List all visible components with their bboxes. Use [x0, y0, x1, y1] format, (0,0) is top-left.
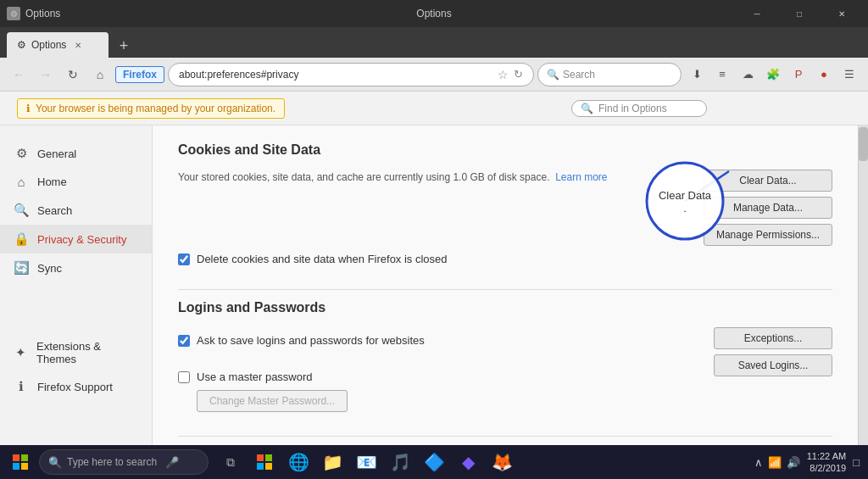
sidebar-item-search[interactable]: 🔍 Search: [0, 196, 152, 225]
manage-data-button[interactable]: Manage Data...: [704, 197, 832, 219]
main-layout: ⚙ General ⌂ Home 🔍 Search 🔒 Privacy & Se…: [0, 125, 868, 445]
sidebar-item-home[interactable]: ⌂ Home: [0, 168, 152, 196]
taskbar-search-icon: 🔍: [48, 456, 62, 469]
sidebar-label-general: General: [37, 148, 76, 160]
date-display: 8/2/2019: [807, 462, 846, 474]
taskbar-app-8[interactable]: 🦊: [487, 447, 517, 477]
change-master-password-button[interactable]: Change Master Password...: [197, 390, 348, 412]
home-button[interactable]: ⌂: [88, 63, 112, 86]
scrollbar[interactable]: [858, 125, 868, 445]
task-view-button[interactable]: ⧉: [215, 447, 246, 477]
taskbar-apps: ⧉ 🌐 📁 📧 🎵 🔷 ◆ 🦊: [215, 447, 517, 477]
saved-logins-button[interactable]: Saved Logins...: [714, 354, 832, 376]
bookmark-icon[interactable]: ☆: [498, 68, 509, 81]
taskbar-search-bar[interactable]: 🔍 Type here to search 🎤: [39, 449, 209, 475]
volume-icon[interactable]: 🔊: [787, 456, 800, 469]
delete-cookies-row: Delete cookies and site data when Firefo…: [178, 253, 832, 265]
svg-rect-8: [257, 454, 264, 461]
general-icon: ⚙: [14, 146, 29, 161]
master-password-checkbox[interactable]: [178, 371, 190, 383]
avatar-icon[interactable]: ●: [812, 63, 836, 86]
manage-permissions-button[interactable]: Manage Permissions...: [704, 224, 832, 246]
downloads-icon[interactable]: ⬇: [685, 63, 709, 86]
close-button[interactable]: ✕: [822, 0, 861, 27]
cookies-title: Cookies and Site Data: [178, 142, 832, 161]
cookies-desc: Your stored cookies, site data, and cach…: [178, 170, 608, 185]
svg-rect-7: [21, 463, 28, 470]
taskbar: 🔍 Type here to search 🎤 ⧉ 🌐 📁 📧 🎵 🔷 ◆ 🦊 …: [0, 445, 868, 479]
pocket-icon[interactable]: P: [787, 63, 810, 86]
url-bar[interactable]: about:preferences#privacy ☆ ↻: [168, 63, 534, 86]
svg-rect-5: [21, 454, 28, 461]
extensions-icon[interactable]: 🧩: [761, 63, 785, 86]
taskbar-app-3[interactable]: 📁: [317, 447, 348, 477]
taskbar-app-6[interactable]: 🔷: [419, 447, 449, 477]
taskbar-search-text: Type here to search: [67, 456, 157, 468]
ask-logins-label: Ask to save logins and passwords for web…: [197, 334, 425, 347]
exceptions-button[interactable]: Exceptions...: [714, 327, 832, 349]
tab-favicon: ⚙: [17, 39, 26, 51]
library-icon[interactable]: ≡: [710, 63, 734, 86]
options-tab[interactable]: ⚙ Options ✕: [7, 32, 108, 58]
divider-2: [178, 436, 832, 437]
chevron-icon[interactable]: ∧: [754, 456, 763, 469]
taskbar-app-1[interactable]: [249, 447, 280, 477]
svg-rect-11: [265, 463, 272, 470]
logins-left: Ask to save logins and passwords for web…: [178, 327, 714, 412]
sidebar-label-search: Search: [37, 204, 72, 217]
ask-logins-row: Ask to save logins and passwords for web…: [178, 334, 714, 347]
taskbar-app-5[interactable]: 🎵: [385, 447, 415, 477]
logins-title: Logins and Passwords: [178, 300, 832, 319]
content-area: Cookies and Site Data Your stored cookie…: [153, 125, 858, 445]
sync-sidebar-icon: 🔄: [14, 260, 29, 276]
delete-cookies-checkbox[interactable]: [178, 253, 190, 265]
refresh-icon[interactable]: ↻: [514, 68, 523, 81]
sidebar-item-general[interactable]: ⚙ General: [0, 139, 152, 168]
taskbar-app-7[interactable]: ◆: [453, 447, 483, 477]
url-text: about:preferences#privacy: [179, 69, 492, 81]
managed-notice: ℹ Your browser is being managed by your …: [17, 98, 285, 119]
sidebar-label-home: Home: [37, 175, 67, 188]
taskbar-time[interactable]: 11:22 AM 8/2/2019: [807, 450, 846, 475]
tab-label: Options: [31, 39, 66, 51]
ask-logins-checkbox[interactable]: [178, 335, 190, 347]
delete-cookies-label: Delete cookies and site data when Firefo…: [197, 253, 448, 265]
taskbar-system-icons: ∧ 📶 🔊: [754, 456, 800, 469]
minimize-button[interactable]: ─: [737, 0, 776, 27]
menu-icon[interactable]: ☰: [837, 63, 861, 86]
sidebar-label-privacy: Privacy & Security: [37, 233, 126, 246]
window-icon: ⚙: [7, 7, 20, 20]
svg-rect-9: [265, 454, 272, 461]
taskbar-right: ∧ 📶 🔊 11:22 AM 8/2/2019 □: [754, 450, 863, 475]
cookies-row: Your stored cookies, site data, and cach…: [178, 170, 832, 246]
taskbar-app-2[interactable]: 🌐: [283, 447, 314, 477]
new-tab-button[interactable]: +: [112, 34, 136, 58]
search-sidebar-icon: 🔍: [14, 203, 29, 218]
info-bar: ℹ Your browser is being managed by your …: [0, 92, 868, 125]
master-password-row: Use a master password: [178, 370, 714, 383]
nav-bar: ← → ↻ ⌂ Firefox about:preferences#privac…: [0, 58, 868, 92]
sidebar-item-privacy[interactable]: 🔒 Privacy & Security: [0, 225, 152, 253]
clear-data-button[interactable]: Clear Data...: [704, 170, 832, 192]
sidebar-item-extensions[interactable]: ✦ Extensions & Themes: [0, 333, 152, 372]
forward-button[interactable]: →: [34, 63, 58, 86]
cookies-learn-more[interactable]: Learn more: [555, 171, 607, 183]
back-button[interactable]: ←: [7, 63, 31, 86]
logins-right: Exceptions... Saved Logins...: [714, 327, 832, 376]
notification-icon[interactable]: □: [853, 456, 860, 469]
refresh-button[interactable]: ↻: [61, 63, 85, 86]
start-button[interactable]: [5, 447, 36, 477]
sync-icon[interactable]: ☁: [736, 63, 760, 86]
tab-bar: ⚙ Options ✕ +: [0, 27, 868, 58]
sidebar-item-support[interactable]: ℹ Firefox Support: [0, 372, 152, 401]
cookies-section: Cookies and Site Data Your stored cookie…: [178, 142, 832, 265]
info-icon: ℹ: [26, 103, 31, 114]
sidebar-item-sync[interactable]: 🔄 Sync: [0, 253, 152, 282]
maximize-button[interactable]: □: [780, 0, 819, 27]
network-icon[interactable]: 📶: [768, 456, 782, 469]
master-password-label: Use a master password: [197, 370, 313, 383]
taskbar-app-4[interactable]: 📧: [351, 447, 381, 477]
find-bar[interactable]: 🔍 Find in Options: [571, 100, 707, 117]
search-bar[interactable]: 🔍 Search: [537, 63, 682, 86]
tab-close-button[interactable]: ✕: [75, 41, 81, 50]
